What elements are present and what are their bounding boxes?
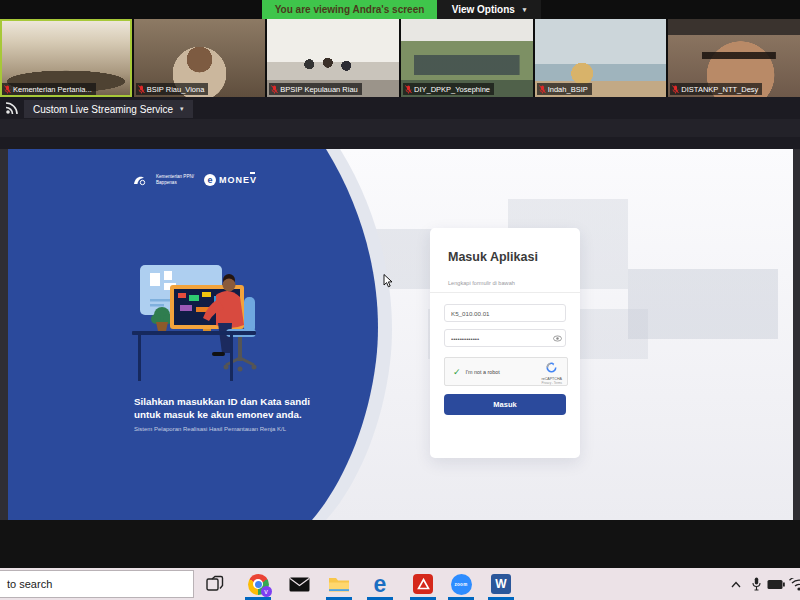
chevron-down-icon: ▾ [523, 6, 527, 14]
taskbar-search-text: to search [0, 578, 52, 590]
video-tile-bpsip-kepulauan-riau[interactable]: BPSIP Kepulauan Riau [267, 19, 399, 97]
panel-headline: Silahkan masukkan ID dan Kata sandi untu… [134, 395, 310, 421]
brand-row: Kementerian PPN/ Bappenas e MONEV [132, 173, 257, 187]
login-card: Masuk Aplikasi Lengkapi formulir di bawa… [430, 228, 580, 458]
show-password-eye-icon[interactable] [553, 335, 562, 342]
password-field[interactable] [444, 329, 566, 347]
video-tile-kementerian-pertanian[interactable]: Kementerian Pertania... [0, 19, 132, 97]
emonev-logo-e: e [204, 174, 216, 186]
acrobat-icon [413, 574, 433, 594]
browser-nav-bar [0, 119, 800, 137]
username-field[interactable] [444, 304, 566, 322]
tray-battery-icon [767, 579, 785, 590]
acrobat-button[interactable] [411, 572, 435, 596]
video-tile-indah-bsip[interactable]: Indah_BSIP [535, 19, 667, 97]
video-tile-distankp-ntt[interactable]: DISTANKP_NTT_Desy [668, 19, 800, 97]
divider [430, 292, 580, 293]
live-streaming-label: Custom Live Streaming Service [33, 104, 173, 115]
participant-name-badge: BSIP Riau_Viona [136, 83, 209, 95]
file-explorer-button[interactable] [327, 572, 351, 596]
participant-name: Kementerian Pertania... [13, 85, 92, 94]
login-illustration [126, 259, 286, 384]
tray-chevron-button[interactable] [728, 572, 744, 596]
task-view-icon [206, 575, 224, 593]
emonev-login-page: Kementerian PPN/ Bappenas e MONEV [8, 149, 793, 520]
task-view-button[interactable] [203, 572, 227, 596]
recaptcha-label: I'm not a robot [466, 369, 500, 375]
chrome-icon: v [248, 574, 269, 595]
edge-button[interactable]: e [368, 572, 392, 596]
windows-taskbar: to search v [0, 568, 800, 600]
live-stream-icon [4, 101, 20, 116]
file-explorer-icon [328, 576, 350, 593]
word-icon: W [491, 574, 511, 594]
participant-name-badge: Kementerian Pertania... [2, 83, 96, 95]
recaptcha-brand-block: reCAPTCHA Privacy - Terms [541, 359, 562, 385]
recaptcha-logo-icon [546, 362, 557, 373]
tray-wifi-icon [789, 578, 800, 591]
mic-muted-icon [271, 85, 278, 94]
mic-muted-icon [4, 85, 11, 94]
participant-name: BSIP Riau_Viona [147, 85, 205, 94]
meeting-toolbar: eo ^ 181 Participants ^ Chat ^ ↑ [0, 520, 800, 568]
zoom-app-icon: zoom [451, 574, 472, 595]
login-subtitle: Lengkapi formulir di bawah [448, 280, 515, 286]
mic-muted-icon [539, 85, 546, 94]
browser-viewport: Kementerian PPN/ Bappenas e MONEV [0, 149, 800, 520]
participant-name-badge: DISTANKP_NTT_Desy [670, 83, 762, 95]
mail-icon [289, 577, 310, 592]
emonev-logo: e MONEV [204, 174, 257, 186]
tray-battery-button[interactable] [766, 572, 786, 596]
view-options-label: View Options [452, 4, 515, 15]
view-options-button[interactable]: View Options ▾ [437, 0, 541, 19]
mouse-cursor [383, 274, 393, 288]
bookmarks-bar [0, 137, 800, 149]
bappenas-logo [132, 173, 146, 187]
word-button[interactable]: W [489, 572, 513, 596]
video-strip: Kementerian Pertania... BSIP Riau_Viona … [0, 0, 800, 97]
mic-muted-icon [672, 85, 679, 94]
edge-icon: e [374, 574, 387, 594]
mail-button[interactable] [287, 572, 311, 596]
chevron-down-icon: ▾ [180, 105, 184, 113]
masuk-submit-button[interactable]: Masuk [444, 394, 566, 415]
screen-share-banner: You are viewing Andra's screen [262, 0, 437, 19]
participant-name: DISTANKP_NTT_Desy [681, 85, 758, 94]
mic-muted-icon [138, 85, 145, 94]
zoom-meeting-window: Kementerian Pertania... BSIP Riau_Viona … [0, 0, 800, 600]
participant-name: Indah_BSIP [548, 85, 588, 94]
tray-wifi-button[interactable] [789, 572, 800, 596]
recaptcha-widget: ✓ I'm not a robot reCAPTCHA Privacy - Te… [444, 357, 568, 386]
emonev-logo-name: MONEV [219, 175, 257, 185]
participant-name-badge: BPSIP Kepulauan Riau [269, 83, 361, 95]
recaptcha-links[interactable]: Privacy - Terms [541, 381, 562, 385]
chrome-button[interactable]: v [246, 572, 270, 596]
ministry-name-line2: Bappenas [156, 180, 194, 186]
participant-tiles: Kementerian Pertania... BSIP Riau_Viona … [0, 19, 800, 97]
video-tile-diy-dpkp[interactable]: DIY_DPKP_Yosephine [401, 19, 533, 97]
chrome-profile-badge: v [261, 586, 272, 597]
participant-name: BPSIP Kepulauan Riau [280, 85, 357, 94]
zoom-app-button[interactable]: zoom [449, 572, 473, 596]
live-streaming-dropdown[interactable]: Custom Live Streaming Service ▾ [24, 100, 193, 118]
chevron-up-icon [731, 581, 741, 588]
participant-name-badge: DIY_DPKP_Yosephine [403, 83, 494, 95]
video-tile-bsip-riau[interactable]: BSIP Riau_Viona [134, 19, 266, 97]
recaptcha-brand-text: reCAPTCHA [541, 377, 562, 381]
tray-mic-button[interactable] [748, 572, 764, 596]
panel-headline-line2: untuk masuk ke akun emonev anda. [134, 408, 310, 421]
login-title: Masuk Aplikasi [448, 250, 538, 264]
taskbar-search-input[interactable]: to search [0, 570, 194, 598]
participant-name-badge: Indah_BSIP [537, 83, 592, 95]
panel-subline: Sistem Pelaporan Realisasi Hasil Pemanta… [134, 426, 286, 432]
mic-muted-icon [405, 85, 412, 94]
participant-name: DIY_DPKP_Yosephine [414, 85, 490, 94]
tray-mic-icon [752, 577, 761, 591]
recaptcha-checkbox-checked[interactable]: ✓ [453, 367, 461, 377]
panel-headline-line1: Silahkan masukkan ID dan Kata sandi [134, 395, 310, 408]
